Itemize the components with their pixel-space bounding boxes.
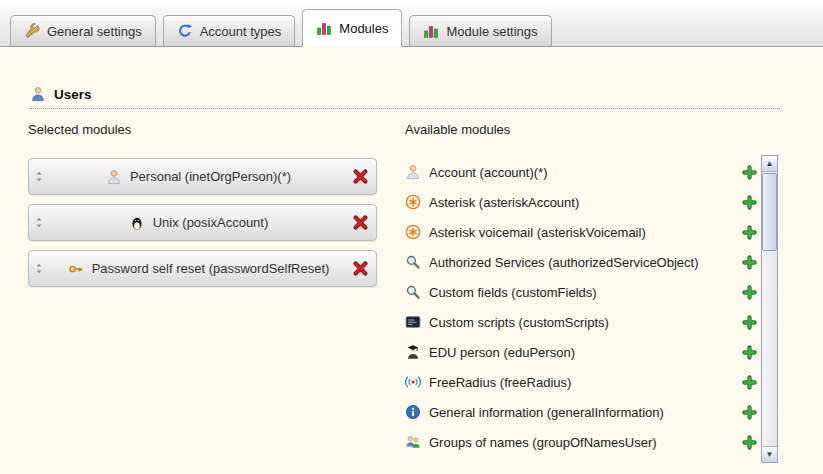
add-icon[interactable] — [742, 315, 757, 330]
selected-module-label: Personal (inetOrgPerson)(*) — [130, 169, 291, 184]
available-module-label: Asterisk (asteriskAccount) — [429, 195, 734, 210]
tab-module-settings[interactable]: Module settings — [409, 15, 551, 46]
scroll-up-icon[interactable]: ▲ — [762, 156, 777, 172]
selected-module-row[interactable]: Password self reset (passwordSelfReset) — [28, 250, 377, 287]
available-modules-list: Account (account)(*) Asterisk (asteriskA… — [405, 157, 757, 457]
sync-icon — [177, 23, 193, 39]
drag-handle-icon[interactable] — [33, 261, 45, 276]
delete-icon[interactable] — [352, 168, 369, 185]
drag-handle-icon[interactable] — [33, 169, 45, 184]
info-icon — [405, 404, 421, 420]
add-icon[interactable] — [742, 195, 757, 210]
available-module-label: Custom scripts (customScripts) — [429, 315, 734, 330]
user-icon — [30, 86, 46, 102]
selected-module-row[interactable]: Personal (inetOrgPerson)(*) — [28, 158, 377, 195]
key-icon — [68, 261, 84, 277]
scrollbar[interactable]: ▲ ▼ — [761, 155, 778, 463]
available-module-label: FreeRadius (freeRadius) — [429, 375, 734, 390]
available-module-label: Account (account)(*) — [429, 165, 734, 180]
chart-icon — [316, 20, 332, 36]
available-module-label: Authorized Services (authorizedServiceOb… — [429, 255, 734, 270]
add-icon[interactable] — [742, 225, 757, 240]
available-module-row: FreeRadius (freeRadius) — [405, 367, 757, 397]
section-divider — [30, 108, 780, 109]
available-module-row: Asterisk (asteriskAccount) — [405, 187, 757, 217]
wrench-icon — [24, 23, 40, 39]
selected-modules-heading: Selected modules — [28, 122, 131, 137]
selected-module-content: Personal (inetOrgPerson)(*) — [45, 169, 352, 185]
selected-module-label: Unix (posixAccount) — [153, 215, 269, 230]
available-module-label: General information (generalInformation) — [429, 405, 734, 420]
section-heading: Users — [30, 86, 92, 102]
selected-module-content: Password self reset (passwordSelfReset) — [45, 261, 352, 277]
group-icon — [405, 434, 421, 450]
available-module-label: Asterisk voicemail (asteriskVoicemail) — [429, 225, 734, 240]
tab-general-settings[interactable]: General settings — [10, 15, 156, 46]
scrollbar-thumb[interactable] — [762, 173, 777, 251]
available-module-row: EDU person (eduPerson) — [405, 337, 757, 367]
available-module-row: Groups of names (groupOfNamesUser) — [405, 427, 757, 457]
delete-icon[interactable] — [352, 260, 369, 277]
add-icon[interactable] — [742, 435, 757, 450]
tab-bar: General settings Account types Modules M… — [0, 0, 823, 47]
magnifier-icon — [405, 284, 421, 300]
selected-module-label: Password self reset (passwordSelfReset) — [92, 261, 330, 276]
add-icon[interactable] — [742, 405, 757, 420]
available-module-label: EDU person (eduPerson) — [429, 345, 734, 360]
available-module-row: General information (generalInformation) — [405, 397, 757, 427]
available-module-row: Custom scripts (customScripts) — [405, 307, 757, 337]
add-icon[interactable] — [742, 345, 757, 360]
available-module-row: Authorized Services (authorizedServiceOb… — [405, 247, 757, 277]
add-icon[interactable] — [742, 285, 757, 300]
available-module-row: Account (account)(*) — [405, 157, 757, 187]
available-module-row: Custom fields (customFields) — [405, 277, 757, 307]
magnifier-icon — [405, 254, 421, 270]
terminal-icon — [405, 314, 421, 330]
asterisk-icon — [405, 194, 421, 210]
graduate-icon — [405, 344, 421, 360]
available-module-label: Groups of names (groupOfNamesUser) — [429, 435, 734, 450]
delete-icon[interactable] — [352, 214, 369, 231]
scroll-down-icon[interactable]: ▼ — [762, 446, 777, 462]
tab-label: Account types — [200, 24, 282, 39]
available-module-row: Asterisk voicemail (asteriskVoicemail) — [405, 217, 757, 247]
antenna-icon — [405, 374, 421, 390]
drag-handle-icon[interactable] — [33, 215, 45, 230]
tab-account-types[interactable]: Account types — [163, 15, 296, 46]
person-icon — [405, 164, 421, 180]
tab-label: General settings — [47, 24, 142, 39]
chart-icon — [423, 23, 439, 39]
selected-modules-list: Personal (inetOrgPerson)(*) Unix (posixA… — [28, 158, 377, 296]
tab-label: Module settings — [446, 24, 537, 39]
available-modules-heading: Available modules — [405, 122, 510, 137]
selected-module-row[interactable]: Unix (posixAccount) — [28, 204, 377, 241]
add-icon[interactable] — [742, 165, 757, 180]
tab-modules[interactable]: Modules — [302, 9, 402, 47]
person-icon — [106, 169, 122, 185]
add-icon[interactable] — [742, 255, 757, 270]
tab-strip: General settings Account types Modules M… — [10, 9, 552, 46]
add-icon[interactable] — [742, 375, 757, 390]
asterisk-icon — [405, 224, 421, 240]
available-module-label: Custom fields (customFields) — [429, 285, 734, 300]
section-title: Users — [54, 87, 92, 102]
selected-module-content: Unix (posixAccount) — [45, 215, 352, 231]
penguin-icon — [129, 215, 145, 231]
tab-label: Modules — [339, 21, 388, 36]
